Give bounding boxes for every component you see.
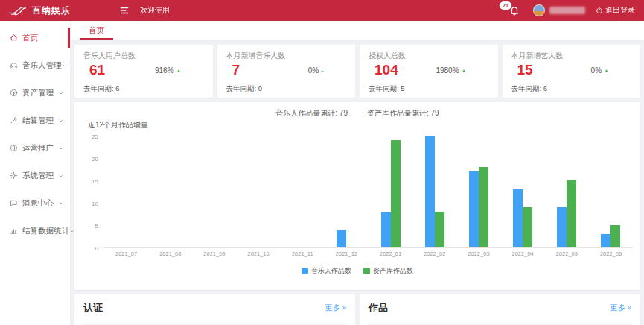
- sidebar-item-1[interactable]: 音乐人管理: [0, 51, 70, 79]
- legend-swatch: [363, 268, 370, 274]
- stat-compare: 去年同期: 5: [369, 81, 489, 94]
- x-tick-label: 2022_06: [589, 248, 633, 257]
- legend-label: 资产库作品数: [373, 266, 413, 276]
- stat-value: 104: [374, 62, 398, 78]
- panel-title: 认证: [83, 301, 103, 315]
- bar-chart: 0510152025: [82, 136, 633, 248]
- app-logo: 百纳娱乐: [9, 4, 113, 17]
- bar: [425, 136, 435, 247]
- y-tick-label: 5: [95, 223, 98, 230]
- y-axis: 0510152025: [82, 136, 104, 248]
- stat-trend: 0%▲: [591, 66, 609, 75]
- legend-item-1[interactable]: 资产库作品数: [363, 266, 413, 276]
- avatar[interactable]: [533, 4, 545, 16]
- bar: [513, 189, 523, 247]
- musician-works-total: 音乐人作品量累计: 79: [275, 108, 348, 119]
- logout-button[interactable]: 退出登录: [596, 5, 635, 16]
- sidebar-item-5[interactable]: 系统管理: [0, 162, 70, 189]
- logout-label: 退出登录: [605, 5, 635, 16]
- sidebar-item-4[interactable]: 运营推广: [0, 134, 70, 162]
- sidebar-item-3[interactable]: 结算管理: [0, 107, 70, 134]
- stat-title: 授权人总数: [369, 51, 489, 61]
- home-icon: [10, 34, 18, 42]
- sidebar-item-2[interactable]: 资产管理: [0, 79, 70, 107]
- app-header: 百纳娱乐 欢迎使用 21 退出登录: [0, 0, 644, 21]
- stat-title: 音乐人用户总数: [83, 51, 204, 61]
- x-axis-labels: 2021_072021_082021_092021_102021_112021_…: [104, 248, 633, 257]
- stat-percent: 916%: [155, 66, 174, 75]
- x-tick-label: 2021_08: [148, 248, 192, 257]
- tab-home-label: 首页: [89, 25, 104, 34]
- notification-bell-icon[interactable]: 21: [509, 5, 520, 16]
- stat-percent: 0%: [591, 66, 602, 75]
- sidebar-item-label: 结算数据统计: [22, 226, 69, 236]
- legend-item-0[interactable]: 音乐人作品数: [302, 266, 351, 276]
- menu-collapse-icon[interactable]: [119, 5, 130, 16]
- compare-value: 6: [115, 84, 119, 92]
- stat-cards-row: 音乐人用户总数61916%▲去年同期: 6本月新增音乐人数70%–去年同期: 0…: [74, 45, 640, 98]
- chevron-down-icon: [58, 145, 64, 151]
- stat-main: 150%▲: [511, 61, 632, 81]
- y-tick-label: 0: [95, 245, 98, 252]
- stat-card-1: 本月新增音乐人数70%–去年同期: 0: [217, 45, 356, 98]
- bar-group-2022_04: [501, 189, 545, 247]
- y-tick-label: 20: [92, 156, 98, 162]
- tab-home[interactable]: 首页: [80, 21, 113, 40]
- sidebar-item-7[interactable]: 结算数据统计: [0, 217, 70, 244]
- wrench-icon: [10, 116, 18, 124]
- stat-compare: 去年同期: 0: [226, 81, 347, 94]
- main-area: 首页 音乐人用户总数61916%▲去年同期: 6本月新增音乐人数70%–去年同期…: [71, 21, 644, 325]
- compare-label: 去年同期:: [226, 84, 257, 92]
- stat-main: 70%–: [226, 61, 347, 81]
- y-tick-label: 25: [92, 133, 98, 140]
- chevron-down-icon: [58, 201, 64, 206]
- more-link[interactable]: 更多 »: [610, 303, 631, 313]
- panel-title: 作品: [369, 301, 388, 315]
- x-tick-label: 2021_07: [104, 248, 148, 257]
- asset-works-total: 资产库作品量累计: 79: [367, 108, 439, 119]
- trend-up-icon: ▲: [462, 68, 467, 73]
- x-tick-label: 2021_11: [281, 248, 325, 257]
- x-tick-label: 2022_05: [545, 248, 589, 257]
- compare-value: 6: [543, 84, 547, 92]
- chart-summaries: 音乐人作品量累计: 79 资产库作品量累计: 79: [82, 108, 633, 119]
- chevron-down-icon: [58, 90, 64, 96]
- bar: [567, 180, 576, 247]
- sidebar-item-label: 消息中心: [22, 198, 54, 209]
- stat-card-3: 本月新增艺人数150%▲去年同期: 6: [503, 45, 641, 98]
- stat-compare: 去年同期: 6: [511, 81, 632, 94]
- bar: [337, 230, 346, 247]
- bar-group-2022_06: [589, 225, 633, 247]
- x-tick-label: 2021_10: [237, 248, 281, 257]
- more-link[interactable]: 更多 »: [325, 303, 346, 313]
- sidebar-item-label: 运营推广: [22, 143, 54, 154]
- chevron-down-icon: [58, 173, 64, 179]
- panel-0: 认证更多 »头像音乐人名称类型状态提交时间审核时间操作: [74, 294, 355, 325]
- stat-trend: 0%–: [308, 66, 324, 75]
- masked-username: [549, 7, 585, 14]
- welcome-text: 欢迎使用: [140, 5, 170, 16]
- bird-logo-icon: [9, 5, 28, 16]
- coin-icon: [10, 89, 18, 97]
- legend-label: 音乐人作品数: [311, 266, 351, 276]
- chart-title: 近12个月作品增量: [88, 120, 633, 130]
- trend-up-icon: ▲: [176, 68, 182, 73]
- sidebar-item-0[interactable]: 首页: [0, 24, 70, 51]
- trend-up-icon: ▲: [604, 68, 609, 73]
- bar: [479, 167, 488, 247]
- stat-value: 61: [89, 62, 105, 78]
- sidebar-item-label: 结算管理: [22, 116, 54, 126]
- sidebar-item-label: 音乐人管理: [22, 60, 62, 71]
- power-icon: [596, 7, 603, 14]
- stat-value: 15: [517, 62, 533, 78]
- sidebar-item-6[interactable]: 消息中心: [0, 189, 70, 217]
- x-tick-label: 2021_12: [325, 248, 369, 257]
- bar-group-2022_03: [456, 167, 500, 247]
- bar: [381, 212, 391, 247]
- panel-header: 作品更多 »: [369, 301, 631, 315]
- x-tick-label: 2022_03: [456, 248, 500, 257]
- sidebar-item-label: 首页: [22, 33, 38, 43]
- stat-title: 本月新增艺人数: [511, 51, 632, 61]
- sidebar-item-label: 资产管理: [22, 88, 54, 98]
- chevron-down-icon: [62, 63, 68, 69]
